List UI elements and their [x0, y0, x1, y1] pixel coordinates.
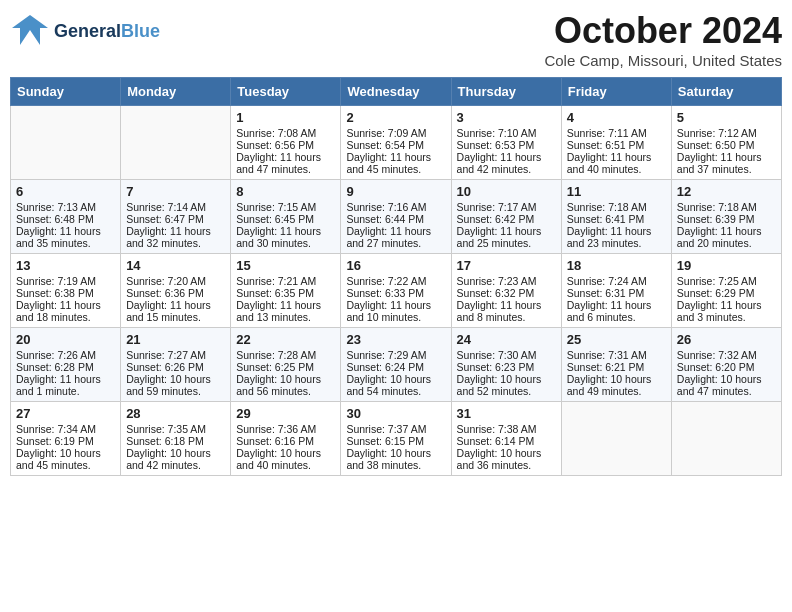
calendar-cell: 15Sunrise: 7:21 AMSunset: 6:35 PMDayligh…: [231, 254, 341, 328]
day-number: 1: [236, 110, 335, 125]
cell-info-line: Daylight: 11 hours and 1 minute.: [16, 373, 115, 397]
cell-info-line: Sunset: 6:41 PM: [567, 213, 666, 225]
cell-info-line: Daylight: 11 hours and 18 minutes.: [16, 299, 115, 323]
calendar-cell: 4Sunrise: 7:11 AMSunset: 6:51 PMDaylight…: [561, 106, 671, 180]
cell-info-line: Sunrise: 7:23 AM: [457, 275, 556, 287]
cell-info-line: Daylight: 11 hours and 45 minutes.: [346, 151, 445, 175]
calendar-cell: 9Sunrise: 7:16 AMSunset: 6:44 PMDaylight…: [341, 180, 451, 254]
calendar-cell: 5Sunrise: 7:12 AMSunset: 6:50 PMDaylight…: [671, 106, 781, 180]
calendar-week-row: 6Sunrise: 7:13 AMSunset: 6:48 PMDaylight…: [11, 180, 782, 254]
logo: GeneralBlue: [10, 10, 160, 54]
day-number: 12: [677, 184, 776, 199]
calendar-cell: [561, 402, 671, 476]
cell-info-line: Daylight: 11 hours and 32 minutes.: [126, 225, 225, 249]
cell-info-line: Sunrise: 7:09 AM: [346, 127, 445, 139]
day-number: 6: [16, 184, 115, 199]
cell-info-line: Daylight: 11 hours and 15 minutes.: [126, 299, 225, 323]
cell-info-line: Sunset: 6:25 PM: [236, 361, 335, 373]
calendar-cell: 29Sunrise: 7:36 AMSunset: 6:16 PMDayligh…: [231, 402, 341, 476]
cell-info-line: Sunrise: 7:28 AM: [236, 349, 335, 361]
cell-info-line: Sunrise: 7:13 AM: [16, 201, 115, 213]
cell-info-line: Sunset: 6:47 PM: [126, 213, 225, 225]
cell-info-line: Sunrise: 7:15 AM: [236, 201, 335, 213]
cell-info-line: Sunrise: 7:27 AM: [126, 349, 225, 361]
cell-info-line: Sunset: 6:15 PM: [346, 435, 445, 447]
cell-info-line: Sunset: 6:54 PM: [346, 139, 445, 151]
calendar-cell: 12Sunrise: 7:18 AMSunset: 6:39 PMDayligh…: [671, 180, 781, 254]
cell-info-line: Sunset: 6:45 PM: [236, 213, 335, 225]
day-number: 19: [677, 258, 776, 273]
day-of-week-header: Tuesday: [231, 78, 341, 106]
day-number: 11: [567, 184, 666, 199]
day-number: 7: [126, 184, 225, 199]
title-area: October 2024 Cole Camp, Missouri, United…: [544, 10, 782, 69]
calendar-cell: 7Sunrise: 7:14 AMSunset: 6:47 PMDaylight…: [121, 180, 231, 254]
day-number: 14: [126, 258, 225, 273]
day-number: 22: [236, 332, 335, 347]
cell-info-line: Sunrise: 7:21 AM: [236, 275, 335, 287]
cell-info-line: Sunset: 6:29 PM: [677, 287, 776, 299]
cell-info-line: Sunrise: 7:29 AM: [346, 349, 445, 361]
cell-info-line: Sunrise: 7:31 AM: [567, 349, 666, 361]
cell-info-line: Sunset: 6:56 PM: [236, 139, 335, 151]
cell-info-line: Daylight: 11 hours and 20 minutes.: [677, 225, 776, 249]
calendar-cell: 18Sunrise: 7:24 AMSunset: 6:31 PMDayligh…: [561, 254, 671, 328]
cell-info-line: Daylight: 10 hours and 45 minutes.: [16, 447, 115, 471]
cell-info-line: Daylight: 10 hours and 59 minutes.: [126, 373, 225, 397]
day-of-week-header: Wednesday: [341, 78, 451, 106]
calendar-cell: [671, 402, 781, 476]
cell-info-line: Sunrise: 7:22 AM: [346, 275, 445, 287]
calendar-cell: 31Sunrise: 7:38 AMSunset: 6:14 PMDayligh…: [451, 402, 561, 476]
cell-info-line: Daylight: 11 hours and 13 minutes.: [236, 299, 335, 323]
location-title: Cole Camp, Missouri, United States: [544, 52, 782, 69]
calendar-week-row: 13Sunrise: 7:19 AMSunset: 6:38 PMDayligh…: [11, 254, 782, 328]
cell-info-line: Daylight: 11 hours and 8 minutes.: [457, 299, 556, 323]
calendar-week-row: 27Sunrise: 7:34 AMSunset: 6:19 PMDayligh…: [11, 402, 782, 476]
cell-info-line: Sunset: 6:21 PM: [567, 361, 666, 373]
day-number: 29: [236, 406, 335, 421]
cell-info-line: Sunset: 6:16 PM: [236, 435, 335, 447]
cell-info-line: Sunrise: 7:18 AM: [677, 201, 776, 213]
cell-info-line: Daylight: 10 hours and 42 minutes.: [126, 447, 225, 471]
cell-info-line: Sunset: 6:50 PM: [677, 139, 776, 151]
cell-info-line: Daylight: 11 hours and 10 minutes.: [346, 299, 445, 323]
cell-info-line: Sunrise: 7:14 AM: [126, 201, 225, 213]
day-number: 3: [457, 110, 556, 125]
cell-info-line: Sunrise: 7:32 AM: [677, 349, 776, 361]
day-number: 4: [567, 110, 666, 125]
cell-info-line: Sunset: 6:48 PM: [16, 213, 115, 225]
cell-info-line: Daylight: 10 hours and 49 minutes.: [567, 373, 666, 397]
calendar-cell: 21Sunrise: 7:27 AMSunset: 6:26 PMDayligh…: [121, 328, 231, 402]
calendar-cell: 14Sunrise: 7:20 AMSunset: 6:36 PMDayligh…: [121, 254, 231, 328]
cell-info-line: Sunset: 6:28 PM: [16, 361, 115, 373]
cell-info-line: Sunrise: 7:11 AM: [567, 127, 666, 139]
cell-info-line: Sunset: 6:32 PM: [457, 287, 556, 299]
day-number: 15: [236, 258, 335, 273]
cell-info-line: Sunrise: 7:19 AM: [16, 275, 115, 287]
cell-info-line: Sunrise: 7:10 AM: [457, 127, 556, 139]
day-number: 16: [346, 258, 445, 273]
cell-info-line: Daylight: 11 hours and 27 minutes.: [346, 225, 445, 249]
day-number: 10: [457, 184, 556, 199]
day-number: 2: [346, 110, 445, 125]
calendar-cell: 10Sunrise: 7:17 AMSunset: 6:42 PMDayligh…: [451, 180, 561, 254]
cell-info-line: Daylight: 10 hours and 54 minutes.: [346, 373, 445, 397]
day-of-week-header: Sunday: [11, 78, 121, 106]
day-number: 21: [126, 332, 225, 347]
calendar-cell: [11, 106, 121, 180]
cell-info-line: Sunrise: 7:26 AM: [16, 349, 115, 361]
cell-info-line: Sunset: 6:24 PM: [346, 361, 445, 373]
cell-info-line: Sunset: 6:14 PM: [457, 435, 556, 447]
calendar-cell: 11Sunrise: 7:18 AMSunset: 6:41 PMDayligh…: [561, 180, 671, 254]
calendar-week-row: 20Sunrise: 7:26 AMSunset: 6:28 PMDayligh…: [11, 328, 782, 402]
day-number: 17: [457, 258, 556, 273]
cell-info-line: Sunset: 6:26 PM: [126, 361, 225, 373]
cell-info-line: Sunset: 6:38 PM: [16, 287, 115, 299]
calendar-cell: 25Sunrise: 7:31 AMSunset: 6:21 PMDayligh…: [561, 328, 671, 402]
calendar-cell: 17Sunrise: 7:23 AMSunset: 6:32 PMDayligh…: [451, 254, 561, 328]
svg-marker-0: [12, 15, 48, 45]
calendar-cell: 13Sunrise: 7:19 AMSunset: 6:38 PMDayligh…: [11, 254, 121, 328]
calendar-cell: 3Sunrise: 7:10 AMSunset: 6:53 PMDaylight…: [451, 106, 561, 180]
cell-info-line: Sunrise: 7:20 AM: [126, 275, 225, 287]
day-of-week-header: Thursday: [451, 78, 561, 106]
